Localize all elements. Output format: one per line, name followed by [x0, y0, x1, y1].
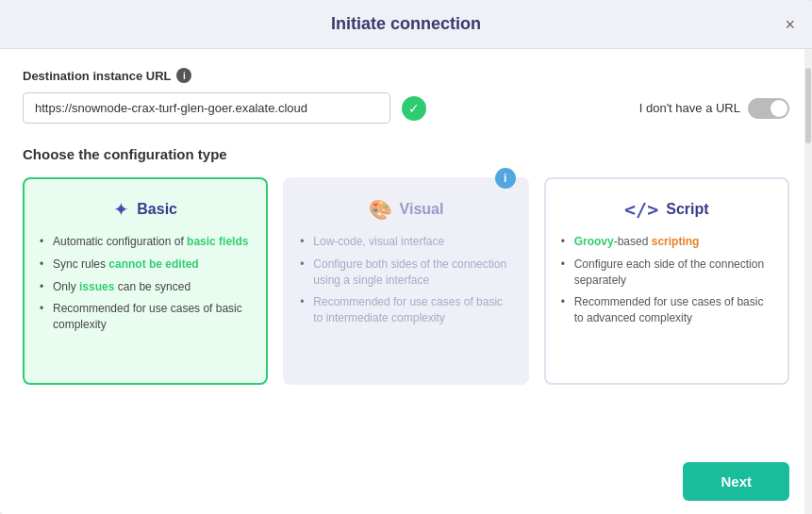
card-script[interactable]: </> Script Groovy-based scripting Config…	[544, 177, 789, 385]
no-url-label-text: I don't have a URL	[639, 101, 740, 115]
basic-bullet-3: Only issues can be synced	[40, 279, 251, 295]
card-basic-title: Basic	[137, 201, 177, 218]
url-input[interactable]	[23, 92, 390, 124]
visual-badge: i	[495, 168, 516, 189]
card-script-header: </> Script	[561, 198, 772, 221]
script-groovy: Groovy	[574, 235, 614, 248]
card-visual-header: 🎨 Visual	[300, 198, 511, 221]
url-field-label: Destination instance URL i	[23, 68, 789, 83]
basic-highlight-3: issues	[79, 280, 114, 293]
card-script-title: Script	[666, 201, 708, 218]
modal-header: Initiate connection ×	[0, 0, 812, 49]
card-basic-header: ✦ Basic	[40, 198, 251, 221]
config-section-title: Choose the configuration type	[23, 146, 789, 162]
modal-title: Initiate connection	[331, 14, 481, 34]
basic-highlight-2: cannot be edited	[108, 257, 198, 271]
cards-row: ✦ Basic Automatic configuration of basic…	[23, 177, 789, 385]
url-label-text: Destination instance URL	[23, 69, 171, 83]
modal: Initiate connection × Destination instan…	[0, 0, 812, 514]
modal-body: Destination instance URL i ✓ I don't hav…	[0, 49, 812, 453]
visual-bullet-3: Recommended for use cases of basic to in…	[300, 294, 511, 326]
modal-footer: Next	[0, 453, 812, 514]
script-tag-icon: </>	[624, 198, 658, 221]
no-url-toggle[interactable]: ✕	[748, 98, 789, 119]
url-valid-icon: ✓	[402, 96, 426, 121]
basic-bullet-1: Automatic configuration of basic fields	[40, 234, 251, 250]
scrollbar-thumb[interactable]	[805, 68, 811, 143]
basic-highlight-1: basic fields	[187, 235, 248, 248]
visual-bullet-2: Configure both sides of the connection u…	[300, 257, 511, 289]
visual-palette-icon: 🎨	[369, 198, 392, 221]
card-basic[interactable]: ✦ Basic Automatic configuration of basic…	[23, 177, 268, 385]
basic-wand-icon: ✦	[113, 198, 129, 221]
card-visual-title: Visual	[400, 201, 444, 218]
url-info-icon[interactable]: i	[176, 68, 191, 83]
close-button[interactable]: ×	[785, 14, 795, 34]
scrollbar-track	[804, 49, 812, 514]
url-row: ✓ I don't have a URL ✕	[23, 92, 789, 124]
basic-bullet-2: Sync rules cannot be edited	[40, 257, 251, 273]
card-script-list: Groovy-based scripting Configure each si…	[561, 234, 772, 326]
script-bullet-3: Recommended for use cases of basic to ad…	[561, 294, 772, 326]
script-bullet-1: Groovy-based scripting	[561, 234, 772, 250]
basic-bullet-4: Recommended for use cases of basic compl…	[40, 301, 251, 333]
script-bullet-2: Configure each side of the connection se…	[561, 257, 772, 289]
no-url-toggle-row: I don't have a URL ✕	[639, 98, 789, 119]
script-scripting: scripting	[652, 235, 700, 248]
toggle-x-icon: ✕	[778, 103, 786, 113]
card-basic-list: Automatic configuration of basic fields …	[40, 234, 251, 333]
next-button[interactable]: Next	[683, 462, 789, 501]
card-visual-list: Low-code, visual interface Configure bot…	[300, 234, 511, 326]
card-visual[interactable]: i 🎨 Visual Low-code, visual interface Co…	[283, 177, 528, 385]
visual-bullet-1: Low-code, visual interface	[300, 234, 511, 250]
